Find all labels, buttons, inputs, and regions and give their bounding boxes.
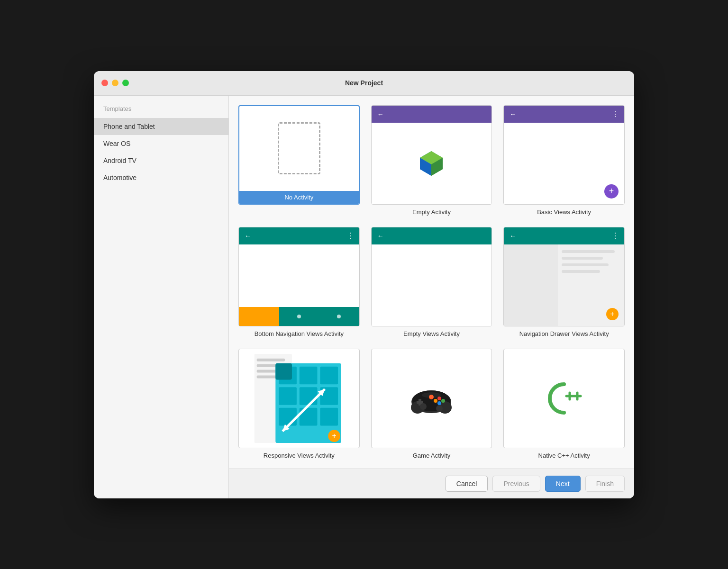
- template-responsive[interactable]: + Responsive Views Activity: [238, 349, 360, 459]
- svg-rect-6: [257, 358, 285, 361]
- svg-rect-13: [320, 366, 338, 384]
- titlebar: New Project: [94, 71, 634, 96]
- responsive-label: Responsive Views Activity: [264, 452, 335, 459]
- basic-views-label: Basic Views Activity: [537, 208, 591, 216]
- svg-rect-12: [300, 366, 318, 384]
- content-area: Templates Phone and Tablet Wear OS Andro…: [94, 96, 634, 498]
- template-game[interactable]: Game Activity: [371, 349, 492, 459]
- sidebar-item-automotive[interactable]: Automotive: [94, 169, 228, 186]
- template-no-activity[interactable]: No Activity: [238, 105, 360, 216]
- no-activity-label: No Activity: [239, 191, 359, 204]
- empty-views-label: Empty Views Activity: [403, 330, 460, 337]
- svg-rect-17: [279, 407, 297, 425]
- svg-point-35: [434, 399, 437, 403]
- footer: Cancel Previous Next Finish: [229, 469, 634, 498]
- main-window: New Project Templates Phone and Tablet W…: [94, 71, 634, 498]
- svg-rect-25: [275, 363, 292, 379]
- nav-item-1: [239, 307, 279, 326]
- sidebar-item-phone-tablet[interactable]: Phone and Tablet: [94, 118, 228, 135]
- back-arrow-icon: ←: [376, 110, 385, 118]
- template-cpp[interactable]: Native C++ Activity: [503, 349, 625, 459]
- menu-icon: ⋮: [611, 109, 619, 118]
- bottom-nav-label: Bottom Navigation Views Activity: [255, 330, 344, 337]
- svg-rect-31: [417, 401, 423, 404]
- cube-icon: [416, 147, 446, 180]
- nav-item-3: [319, 307, 359, 326]
- window-title: New Project: [345, 79, 383, 87]
- maximize-button[interactable]: [122, 80, 129, 86]
- sidebar: Templates Phone and Tablet Wear OS Andro…: [94, 96, 229, 498]
- responsive-thumbnail: +: [238, 349, 360, 448]
- template-nav-drawer[interactable]: ← ⋮ + Navigati: [503, 227, 625, 337]
- fab-drawer: +: [606, 308, 619, 320]
- nav-item-2: [279, 307, 319, 326]
- back-arrow-icon2: ←: [509, 110, 517, 118]
- next-button[interactable]: Next: [545, 476, 581, 492]
- svg-point-38: [436, 405, 443, 412]
- back-arrow-icon5: ←: [509, 232, 517, 240]
- svg-text:+: +: [332, 432, 336, 440]
- svg-rect-9: [257, 375, 278, 378]
- sidebar-item-android-tv[interactable]: Android TV: [94, 152, 228, 169]
- template-empty-views[interactable]: ← Empty Views Activity: [371, 227, 492, 337]
- templates-grid: No Activity ←: [229, 96, 634, 469]
- finish-button[interactable]: Finish: [585, 476, 625, 492]
- nav-drawer-label: Navigation Drawer Views Activity: [519, 330, 609, 337]
- close-button[interactable]: [101, 80, 108, 86]
- svg-point-37: [420, 403, 427, 410]
- template-basic-views[interactable]: ← ⋮ + Basic Views Activity: [503, 105, 625, 216]
- svg-rect-14: [279, 387, 297, 405]
- menu-icon3: ⋮: [611, 231, 619, 240]
- svg-rect-19: [320, 407, 338, 425]
- cancel-button[interactable]: Cancel: [446, 476, 488, 492]
- svg-point-33: [441, 399, 445, 403]
- sidebar-section-title: Templates: [94, 105, 228, 118]
- svg-point-34: [437, 401, 441, 405]
- game-label: Game Activity: [413, 452, 450, 459]
- no-activity-icon: [278, 122, 320, 174]
- game-thumbnail: [371, 349, 492, 448]
- back-arrow-icon3: ←: [244, 232, 252, 240]
- empty-activity-label: Empty Activity: [412, 208, 451, 216]
- cpp-label: Native C++ Activity: [538, 452, 590, 459]
- sidebar-item-wear-os[interactable]: Wear OS: [94, 135, 228, 152]
- previous-button[interactable]: Previous: [492, 476, 540, 492]
- template-empty-activity[interactable]: ←: [371, 105, 492, 216]
- back-arrow-icon4: ←: [376, 232, 385, 240]
- fab-button: +: [604, 184, 619, 199]
- svg-point-39: [422, 392, 441, 398]
- minimize-button[interactable]: [112, 80, 118, 86]
- template-bottom-nav[interactable]: ← ⋮: [238, 227, 360, 337]
- cpp-thumbnail: [503, 349, 625, 448]
- main-content: No Activity ←: [229, 96, 634, 498]
- traffic-lights: [101, 80, 129, 86]
- menu-icon2: ⋮: [346, 231, 355, 240]
- svg-rect-15: [300, 387, 318, 405]
